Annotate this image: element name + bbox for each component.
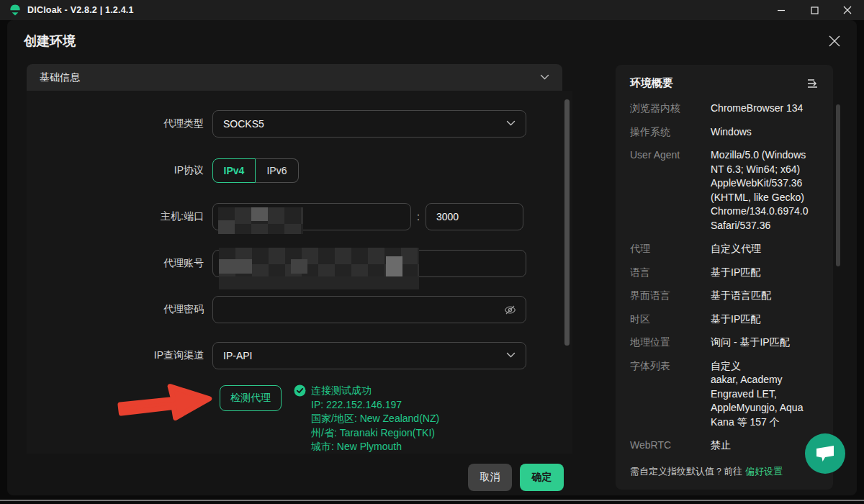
proxy-type-select[interactable]: SOCKS5 bbox=[212, 110, 526, 138]
summary-row: 操作系统Windows bbox=[630, 125, 820, 140]
port-value: 3000 bbox=[436, 211, 459, 222]
create-environment-dialog: 创建环境 基础信息 代理类型 SOCKS5 IP协议 bbox=[7, 20, 857, 495]
ip-protocol-segmented: IPv4 IPv6 bbox=[212, 158, 299, 183]
screen-bottom-edge bbox=[0, 500, 864, 501]
success-check-icon bbox=[294, 384, 306, 397]
chevron-down-icon bbox=[506, 120, 516, 127]
test-result-ip: IP: 222.152.146.197 bbox=[311, 398, 439, 413]
test-result-country: 国家/地区: New Zealand(NZ) bbox=[311, 412, 439, 426]
window-title: DICloak - V2.8.2 | 1.2.4.1 bbox=[27, 5, 134, 15]
summary-row: 字体列表 自定义aakar, Academy Engraved LET, App… bbox=[630, 359, 820, 430]
cancel-button[interactable]: 取消 bbox=[468, 464, 512, 491]
form-scrollbar-thumb[interactable] bbox=[564, 99, 570, 346]
ipv6-option[interactable]: IPv6 bbox=[256, 158, 299, 183]
app-root: DICloak - V2.8.2 | 1.2.4.1 创建环境 基础信息 bbox=[0, 0, 864, 504]
dialog-title: 创建环境 bbox=[24, 32, 76, 50]
dialog-scrollbar-thumb[interactable] bbox=[836, 104, 840, 266]
dialog-close-icon[interactable] bbox=[828, 35, 841, 48]
chat-support-button[interactable] bbox=[805, 433, 845, 474]
summary-row: 语言基于IP匹配 bbox=[630, 266, 820, 280]
summary-row: 时区基于IP匹配 bbox=[630, 312, 820, 327]
window-close-icon[interactable] bbox=[831, 0, 864, 20]
proxy-test-result: 连接测试成功 IP: 222.152.146.197 国家/地区: New Ze… bbox=[294, 384, 439, 454]
proxy-password-input[interactable] bbox=[212, 296, 526, 323]
proxy-type-label: 代理类型 bbox=[27, 117, 212, 130]
preferences-link[interactable]: 偏好设置 bbox=[745, 466, 783, 477]
environment-summary-panel: 环境概要 浏览器内核ChromeBrowser 134 操作系统Windows … bbox=[616, 65, 833, 490]
ipv4-option[interactable]: IPv4 bbox=[212, 158, 256, 183]
summary-title: 环境概要 bbox=[630, 76, 673, 90]
collapse-panel-icon[interactable] bbox=[806, 78, 820, 89]
proxy-type-value: SOCKS5 bbox=[223, 118, 264, 130]
form-content: 代理类型 SOCKS5 IP协议 IPv4 IPv6 主机:端口 : bbox=[27, 91, 572, 454]
summary-row: 界面语言基于语言匹配 bbox=[630, 289, 820, 303]
host-port-separator: : bbox=[417, 211, 420, 222]
test-result-region: 州/省: Taranaki Region(TKI) bbox=[311, 426, 439, 441]
ip-query-channel-label: IP查询渠道 bbox=[27, 349, 212, 362]
eye-slash-icon[interactable] bbox=[504, 305, 516, 315]
confirm-button[interactable]: 确定 bbox=[520, 464, 564, 491]
red-arrow-annotation bbox=[110, 380, 217, 428]
summary-row: 浏览器内核ChromeBrowser 134 bbox=[630, 102, 820, 116]
ip-query-channel-value: IP-API bbox=[223, 350, 252, 361]
redacted-account-blur bbox=[219, 248, 419, 289]
summary-row: 代理自定义代理 bbox=[630, 242, 820, 256]
summary-row: 地理位置询问 - 基于IP匹配 bbox=[630, 336, 820, 350]
window-titlebar: DICloak - V2.8.2 | 1.2.4.1 bbox=[0, 0, 864, 20]
section-basic-info[interactable]: 基础信息 bbox=[27, 64, 562, 91]
chevron-down-icon bbox=[540, 74, 549, 81]
ip-query-channel-select[interactable]: IP-API bbox=[212, 342, 526, 369]
ip-protocol-label: IP协议 bbox=[27, 164, 212, 177]
chat-bubble-icon bbox=[814, 444, 837, 464]
section-basic-info-label: 基础信息 bbox=[40, 71, 80, 84]
port-input[interactable]: 3000 bbox=[426, 203, 523, 230]
chevron-down-icon bbox=[506, 352, 516, 359]
minimize-icon[interactable] bbox=[765, 0, 798, 20]
fingerprint-note: 需自定义指纹默认值？前往偏好设置 bbox=[630, 465, 783, 478]
proxy-account-label: 代理账号 bbox=[27, 257, 212, 270]
dicloak-logo-icon bbox=[9, 4, 22, 17]
test-result-city: 城市: New Plymouth bbox=[311, 440, 439, 454]
summary-row: WebRTC禁止 bbox=[630, 438, 820, 453]
proxy-password-label: 代理密码 bbox=[27, 303, 212, 316]
redacted-host-blur bbox=[218, 207, 303, 234]
test-status-text: 连接测试成功 bbox=[311, 384, 372, 398]
maximize-icon[interactable] bbox=[798, 0, 831, 20]
test-proxy-button[interactable]: 检测代理 bbox=[220, 385, 282, 411]
host-port-label: 主机:端口 bbox=[27, 210, 212, 223]
summary-row: User AgentMozilla/5.0 (Windows NT 6.3; W… bbox=[630, 148, 820, 233]
